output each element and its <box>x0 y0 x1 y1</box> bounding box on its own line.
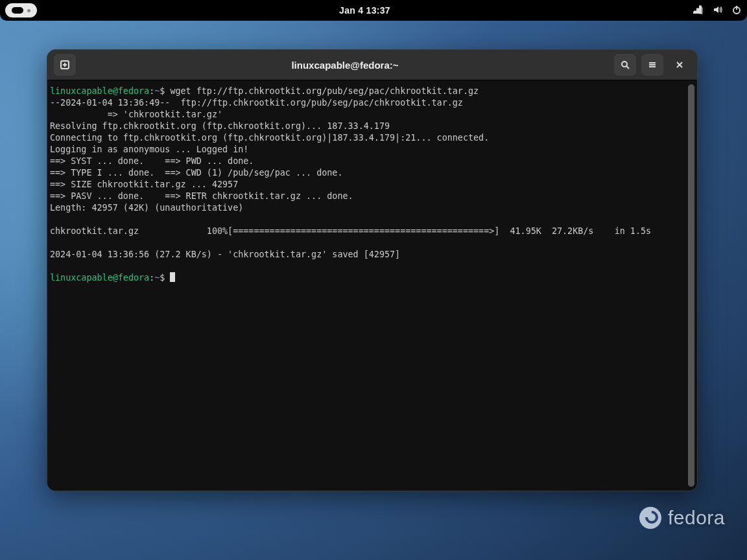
terminal-window: linuxcapable@fedora:~ linuxcapable@fedor… <box>47 49 698 491</box>
fedora-logo-icon <box>639 507 661 529</box>
svg-point-8 <box>622 62 627 67</box>
network-icon <box>693 5 703 17</box>
cursor <box>170 272 175 282</box>
clock[interactable]: Jan 4 13:37 <box>339 5 390 16</box>
terminal-content[interactable]: linuxcapable@fedora:~$ wget ftp://ftp.ch… <box>47 80 697 491</box>
search-button[interactable] <box>614 54 636 76</box>
svg-line-9 <box>626 66 629 69</box>
power-icon <box>731 5 742 17</box>
fedora-watermark: fedora <box>639 507 725 529</box>
menu-button[interactable] <box>641 54 663 76</box>
command-text: wget ftp://ftp.chkrootkit.org/pub/seg/pa… <box>165 86 479 96</box>
prompt-user-2: linuxcapable@fedora <box>50 273 149 283</box>
svg-rect-0 <box>693 12 696 14</box>
terminal-titlebar[interactable]: linuxcapable@fedora:~ <box>47 50 697 80</box>
gnome-top-bar: Jan 4 13:37 <box>0 0 747 21</box>
fedora-wordmark: fedora <box>668 507 725 529</box>
new-tab-button[interactable] <box>54 54 76 76</box>
close-button[interactable] <box>669 54 691 76</box>
svg-rect-1 <box>696 10 699 14</box>
workspace-indicator-dot <box>27 9 30 12</box>
workspace-indicator-active <box>12 7 23 14</box>
system-status-area[interactable] <box>693 5 742 17</box>
terminal-output: --2024-01-04 13:36:49-- ftp://ftp.chkroo… <box>50 98 651 259</box>
scrollbar[interactable] <box>688 84 694 487</box>
activities-button[interactable] <box>5 3 37 18</box>
prompt-user: linuxcapable@fedora <box>50 86 149 96</box>
window-title: linuxcapable@fedora:~ <box>81 60 609 71</box>
volume-icon <box>712 5 722 17</box>
